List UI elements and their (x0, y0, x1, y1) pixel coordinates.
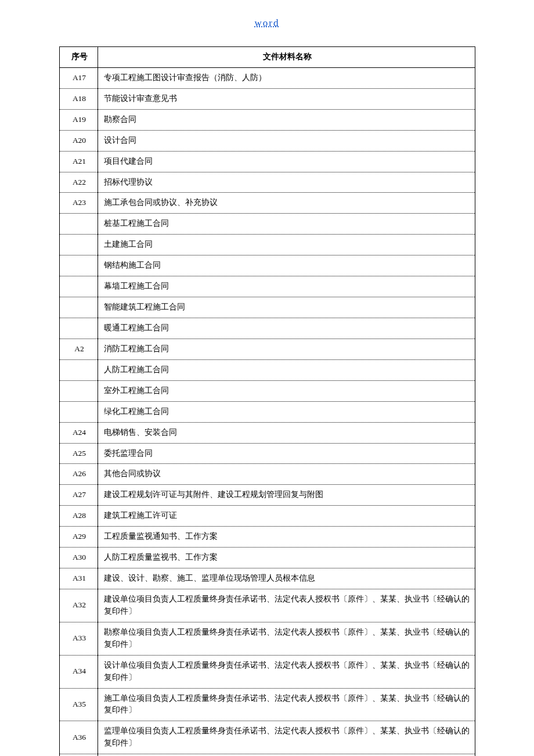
col-header-id: 序号 (60, 47, 98, 68)
row-name-cell: 其他合同或协议 (98, 464, 475, 485)
row-name-cell: 钢结构施工合同 (98, 255, 475, 276)
table-row: A35施工单位项目负责人工程质量终身责任承诺书、法定代表人授权书〔原件〕、某某、… (60, 688, 475, 721)
row-id-cell (60, 255, 98, 276)
row-id-cell (60, 214, 98, 235)
row-name-cell: 绿化工程施工合同 (98, 401, 475, 422)
table-row: A2消防工程施工合同 (60, 339, 475, 359)
row-id-cell (60, 276, 98, 297)
row-id-cell: A21 (60, 151, 98, 172)
row-id-cell (60, 235, 98, 255)
row-id-cell: A17 (60, 67, 98, 88)
row-name-cell: 招标代理协议 (98, 172, 475, 193)
row-id-cell: A31 (60, 568, 98, 589)
table-row: A34设计单位项目负责人工程质量终身责任承诺书、法定代表人授权书〔原件〕、某某、… (60, 655, 475, 688)
table-header-row: 序号 文件材料名称 (60, 47, 475, 68)
table-row: A26其他合同或协议 (60, 464, 475, 485)
table-row: 土建施工合同 (60, 235, 475, 255)
row-id-cell: A20 (60, 130, 98, 151)
header-link-text: word (255, 17, 280, 28)
row-name-cell: 建设单位项目负责人工程质量终身责任承诺书、法定代表人授权书〔原件〕、某某、执业书… (98, 589, 475, 622)
table-row: A36监理单位项目负责人工程质量终身责任承诺书、法定代表人授权书〔原件〕、某某、… (60, 721, 475, 754)
table-row: A20设计合同 (60, 130, 475, 151)
row-name-cell: 设计合同 (98, 130, 475, 151)
col-header-name: 文件材料名称 (98, 47, 475, 68)
row-id-cell: A22 (60, 172, 98, 193)
row-name-cell: 施工承包合同或协议、补充协议 (98, 193, 475, 214)
row-name-cell: 幕墙工程施工合同 (98, 276, 475, 297)
row-id-cell: A35 (60, 688, 98, 721)
row-id-cell (60, 297, 98, 318)
row-name-cell: 电梯销售、安装合同 (98, 422, 475, 443)
table-row: A29工程质量监视通知书、工作方案 (60, 527, 475, 548)
table-row: 桩基工程施工合同 (60, 214, 475, 235)
row-name-cell: 专项工程施工图设计审查报告（消防、人防） (98, 67, 475, 88)
table-row: 绿化工程施工合同 (60, 401, 475, 422)
table-row: A25委托监理合同 (60, 443, 475, 464)
row-id-cell: A24 (60, 422, 98, 443)
row-id-cell: A33 (60, 622, 98, 655)
row-id-cell: A30 (60, 548, 98, 568)
row-id-cell: A28 (60, 506, 98, 527)
row-id-cell (60, 318, 98, 339)
table-row: 智能建筑工程施工合同 (60, 297, 475, 318)
table-row: A32建设单位项目负责人工程质量终身责任承诺书、法定代表人授权书〔原件〕、某某、… (60, 589, 475, 622)
row-id-cell: A23 (60, 193, 98, 214)
table-row: 人防工程施工合同 (60, 359, 475, 380)
table-row: A21项目代建合同 (60, 151, 475, 172)
table-row: 幕墙工程施工合同 (60, 276, 475, 297)
row-id-cell: A25 (60, 443, 98, 464)
row-name-cell: 建设工程规划许可证与其附件、建设工程规划管理回复与附图 (98, 485, 475, 506)
row-id-cell: A27 (60, 485, 98, 506)
table-row: A33勘察单位项目负责人工程质量终身责任承诺书、法定代表人授权书〔原件〕、某某、… (60, 622, 475, 655)
row-name-cell: 委托监理合同 (98, 443, 475, 464)
row-name-cell: 智能建筑工程施工合同 (98, 297, 475, 318)
row-name-cell: 节能设计审查意见书 (98, 88, 475, 109)
document-table: 序号 文件材料名称 A17专项工程施工图设计审查报告（消防、人防）A18节能设计… (59, 46, 475, 756)
row-id-cell: A36 (60, 721, 98, 754)
row-id-cell: A26 (60, 464, 98, 485)
row-name-cell: 项目代建合同 (98, 151, 475, 172)
row-name-cell: 建设、设计、勘察、施工、监理单位现场管理人员根本信息 (98, 568, 475, 589)
row-name-cell: 施工单位项目负责人工程质量终身责任承诺书、法定代表人授权书〔原件〕、某某、执业书… (98, 688, 475, 721)
row-id-cell (60, 401, 98, 422)
row-name-cell: 室外工程施工合同 (98, 380, 475, 401)
row-id-cell (60, 380, 98, 401)
row-name-cell: 消防工程施工合同 (98, 339, 475, 359)
row-name-cell: 人防工程质量监视书、工作方案 (98, 548, 475, 568)
table-row: A28建筑工程施工许可证 (60, 506, 475, 527)
row-name-cell: 勘察合同 (98, 109, 475, 130)
table-row: 暖通工程施工合同 (60, 318, 475, 339)
row-id-cell: A2 (60, 339, 98, 359)
row-name-cell: 设计单位项目负责人工程质量终身责任承诺书、法定代表人授权书〔原件〕、某某、执业书… (98, 655, 475, 688)
row-name-cell: 暖通工程施工合同 (98, 318, 475, 339)
table-row: A23施工承包合同或协议、补充协议 (60, 193, 475, 214)
table-row: A27建设工程规划许可证与其附件、建设工程规划管理回复与附图 (60, 485, 475, 506)
table-row: A24电梯销售、安装合同 (60, 422, 475, 443)
row-name-cell: 人防工程施工合同 (98, 359, 475, 380)
table-row: 钢结构施工合同 (60, 255, 475, 276)
table-row: A17专项工程施工图设计审查报告（消防、人防） (60, 67, 475, 88)
row-id-cell: A18 (60, 88, 98, 109)
row-id-cell: A19 (60, 109, 98, 130)
row-id-cell: A29 (60, 527, 98, 548)
row-id-cell: A34 (60, 655, 98, 688)
table-row: A22招标代理协议 (60, 172, 475, 193)
row-name-cell: 桩基工程施工合同 (98, 214, 475, 235)
table-row: 室外工程施工合同 (60, 380, 475, 401)
row-name-cell: 监理单位项目负责人工程质量终身责任承诺书、法定代表人授权书〔原件〕、某某、执业书… (98, 721, 475, 754)
row-id-cell: A32 (60, 589, 98, 622)
row-id-cell (60, 359, 98, 380)
header-link: word (0, 17, 534, 29)
table-row: A18节能设计审查意见书 (60, 88, 475, 109)
table-row: A19勘察合同 (60, 109, 475, 130)
row-name-cell: 勘察单位项目负责人工程质量终身责任承诺书、法定代表人授权书〔原件〕、某某、执业书… (98, 622, 475, 655)
document-table-wrapper: 序号 文件材料名称 A17专项工程施工图设计审查报告（消防、人防）A18节能设计… (59, 46, 475, 756)
row-name-cell: 建筑工程施工许可证 (98, 506, 475, 527)
row-name-cell: 工程质量监视通知书、工作方案 (98, 527, 475, 548)
row-name-cell: 土建施工合同 (98, 235, 475, 255)
table-row: A30人防工程质量监视书、工作方案 (60, 548, 475, 568)
table-row: A31建设、设计、勘察、施工、监理单位现场管理人员根本信息 (60, 568, 475, 589)
